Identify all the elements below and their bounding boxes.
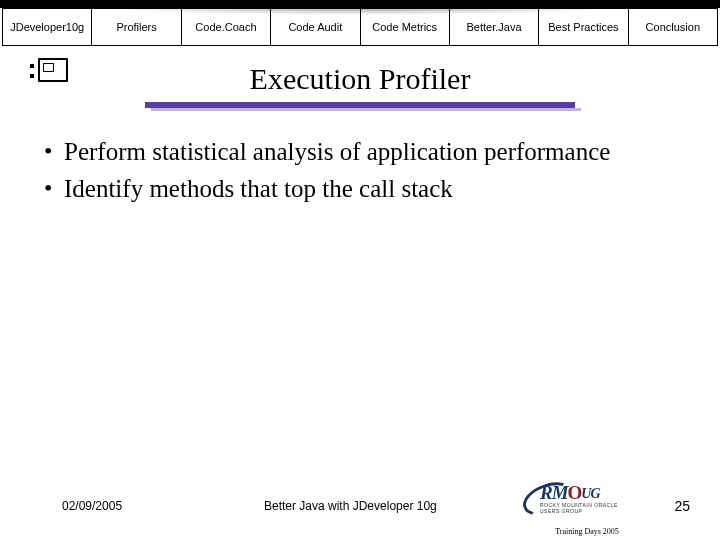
window-icon: [38, 58, 68, 82]
tab-codeaudit[interactable]: Code Audit: [271, 9, 360, 45]
title-underline: [145, 102, 575, 112]
tab-jdeveloper[interactable]: JDeveloper10g: [3, 9, 92, 45]
slide-title: Execution Profiler: [0, 60, 720, 96]
logo-tagline: Training Days 2005: [522, 527, 652, 536]
title-area: Execution Profiler: [0, 60, 720, 110]
tab-bestpractices[interactable]: Best Practices: [539, 9, 628, 45]
tab-codemetrics[interactable]: Code Metrics: [361, 9, 450, 45]
tab-profilers[interactable]: Profilers: [92, 9, 181, 45]
footer-page-number: 25: [650, 498, 690, 514]
bullet-item: Identify methods that top the call stack: [40, 173, 680, 204]
window-icon-inner: [43, 63, 54, 72]
tab-betterjava[interactable]: Better.Java: [450, 9, 539, 45]
content-area: Perform statistical analysis of applicat…: [0, 110, 720, 205]
tab-codecoach[interactable]: Code.Coach: [182, 9, 271, 45]
bullet-list: Perform statistical analysis of applicat…: [40, 136, 680, 205]
footer-date: 02/09/2005: [62, 499, 232, 513]
bullet-item: Perform statistical analysis of applicat…: [40, 136, 680, 167]
tab-strip: JDeveloper10g Profilers Code.Coach Code …: [2, 8, 718, 46]
top-black-bar: [0, 0, 720, 8]
footer-title: Better Java with JDeveloper 10g: [232, 499, 650, 513]
footer: 02/09/2005 Better Java with JDeveloper 1…: [0, 498, 720, 514]
tab-conclusion[interactable]: Conclusion: [629, 9, 717, 45]
